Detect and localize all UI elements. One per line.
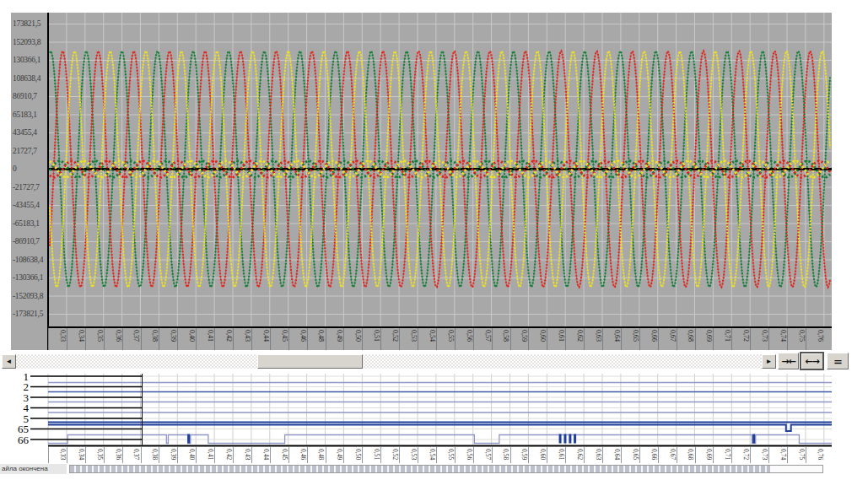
y-axis-label: -130366,1 [13, 273, 47, 282]
digital-x-axis-label: 0,40 [177, 447, 196, 463]
digital-x-axis-label: 0,42 [214, 447, 233, 463]
x-axis-label: 0,53 [399, 328, 418, 350]
x-axis-label: 0,33 [48, 328, 67, 350]
scrollbar-right-arrow-button[interactable]: ► [762, 354, 776, 369]
digital-x-axis-label: 0,73 [750, 447, 768, 463]
y-axis-label: -21727,7 [13, 183, 47, 191]
progress-bar-fill [70, 466, 770, 472]
x-axis-label: 0,74 [768, 328, 787, 350]
y-axis-label: -173821,5 [13, 310, 47, 318]
x-axis-label: 0,52 [380, 328, 399, 350]
x-axis-label: 0,41 [196, 328, 214, 350]
digital-x-axis-label: 0,53 [399, 447, 418, 463]
expand-arrows-icon: ←→ [805, 356, 818, 367]
x-axis-label: 0,43 [233, 328, 251, 350]
digital-x-axis-label: 0,54 [418, 447, 436, 463]
digital-x-axis-label: 0,74 [768, 447, 787, 463]
scrollbar-thumb[interactable] [257, 354, 363, 369]
equal-icon: = [833, 355, 842, 368]
x-axis-label: 0,64 [602, 328, 621, 350]
digital-x-axis-label: 0,51 [362, 447, 380, 463]
x-axis-label: 0,67 [658, 328, 677, 350]
x-axis-label: 0,38 [141, 328, 159, 350]
digital-x-axis-label: 0,64 [602, 447, 621, 463]
digital-x-axis-label: 0,38 [141, 447, 159, 463]
digital-x-axis-label: 0,62 [565, 447, 584, 463]
x-axis-label: 0,36 [104, 328, 122, 350]
digital-x-axis-label: 0,58 [492, 447, 510, 463]
x-axis-label: 0,54 [418, 328, 436, 350]
y-axis-label: -108638,4 [13, 256, 47, 264]
digital-x-axis-label: 0,39 [159, 447, 177, 463]
x-axis-label: 0,40 [177, 328, 196, 350]
scrollbar-track[interactable] [16, 354, 762, 369]
y-axis-label: 21727,7 [13, 147, 47, 155]
x-axis-label: 0,59 [510, 328, 529, 350]
digital-x-axis-label: 0,49 [326, 447, 344, 463]
digital-x-axis-label: 0,57 [473, 447, 492, 463]
y-axis-label: 65183,1 [13, 111, 47, 119]
x-axis-label: 0,60 [528, 328, 547, 350]
x-axis-label: 0,71 [713, 328, 731, 350]
x-axis-label: 0,44 [251, 328, 270, 350]
digital-x-axis-label: 0,41 [196, 447, 214, 463]
digital-x-axis-label: 0,66 [639, 447, 658, 463]
digital-x-axis-label: 0,34 [67, 447, 85, 463]
digital-x-axis-label: 0,76 [806, 447, 824, 463]
digital-x-axis-label: 0,59 [510, 447, 529, 463]
digital-x-axis-label: 0,37 [122, 447, 141, 463]
y-axis-label: -65183,1 [13, 219, 47, 228]
compress-arrows-icon: →← [781, 356, 795, 367]
x-axis-label: 0,72 [731, 328, 750, 350]
digital-x-axis-label: 0,68 [677, 447, 695, 463]
equalize-scale-button[interactable]: = [827, 353, 849, 369]
right-arrow-icon: ► [766, 358, 773, 365]
x-axis-label: 0,69 [695, 328, 714, 350]
progress-bar [69, 465, 823, 473]
status-text: айла окончена [0, 464, 67, 474]
left-arrow-icon: ◄ [6, 358, 13, 365]
digital-x-axis-label: 0,63 [584, 447, 602, 463]
digital-x-axis-label: 0,33 [48, 447, 67, 463]
digital-x-axis-label: 0,67 [658, 447, 677, 463]
x-axis-label: 0,76 [806, 328, 824, 350]
digital-row-label: 66 [2, 434, 29, 447]
x-axis-label: 0,46 [288, 328, 307, 350]
digital-x-axis-label: 0,55 [436, 447, 455, 463]
x-axis-label: 0,61 [547, 328, 565, 350]
x-axis-label: 0,63 [584, 328, 602, 350]
digital-x-axis-label: 0,43 [233, 447, 251, 463]
x-axis-label: 0,35 [85, 328, 104, 350]
x-axis-label: 0,48 [307, 328, 326, 350]
y-axis-label: 173821,5 [13, 19, 47, 28]
y-axis-label: 108638,4 [13, 74, 47, 83]
x-axis-label: 0,50 [343, 328, 362, 350]
digital-x-axis-label: 0,65 [621, 447, 639, 463]
x-axis-label: 0,51 [362, 328, 380, 350]
y-axis-label: 0 [13, 164, 47, 173]
x-axis-label: 0,75 [787, 328, 806, 350]
y-axis-label: 152093,8 [13, 38, 47, 46]
digital-x-axis-label: 0,56 [455, 447, 473, 463]
x-axis-label: 0,57 [473, 328, 492, 350]
x-axis-label: 0,42 [214, 328, 233, 350]
digital-x-axis-label: 0,46 [288, 447, 307, 463]
digital-x-axis-label: 0,61 [547, 447, 565, 463]
x-axis-label: 0,65 [621, 328, 639, 350]
digital-x-axis-label: 0,60 [528, 447, 547, 463]
zoom-in-time-button[interactable]: →← [778, 353, 799, 369]
zoom-out-time-button[interactable]: ←→ [800, 352, 824, 370]
y-axis-label: -86910,7 [13, 237, 47, 245]
oscillogram-viewer: ◄ ► →← ←→ = айла окончена 173821,5152093… [0, 0, 868, 496]
digital-x-axis-label: 0,45 [270, 447, 288, 463]
waveform-plot-area [48, 13, 832, 350]
x-axis-label: 0,45 [270, 328, 288, 350]
x-axis-label: 0,39 [159, 328, 177, 350]
scrollbar-left-arrow-button[interactable]: ◄ [2, 354, 16, 369]
x-axis-label: 0,68 [677, 328, 695, 350]
digital-x-axis-label: 0,75 [787, 447, 806, 463]
x-axis-label: 0,56 [455, 328, 473, 350]
y-axis-label: 86910,7 [13, 92, 47, 100]
x-axis-label: 0,66 [639, 328, 658, 350]
x-axis-label: 0,55 [436, 328, 455, 350]
